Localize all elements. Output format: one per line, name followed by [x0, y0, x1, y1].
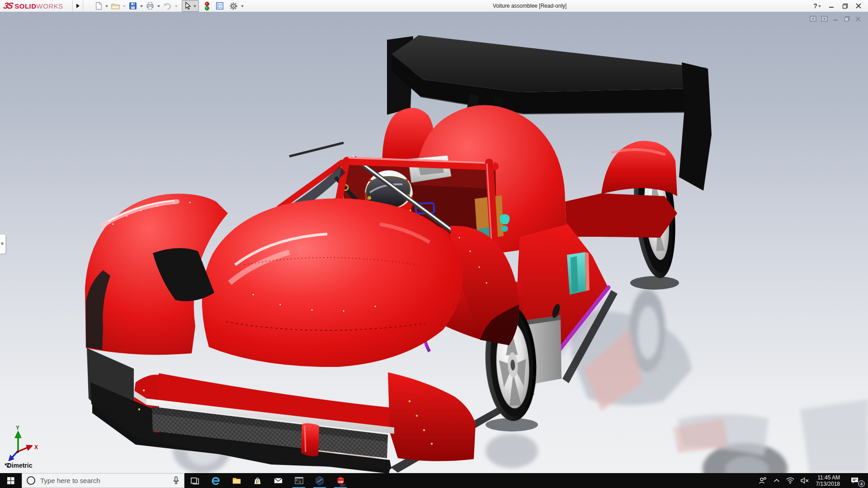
- wifi-icon: [786, 477, 794, 484]
- network-button[interactable]: [783, 473, 797, 488]
- solidworks-2017-icon: SW 2017: [335, 475, 346, 487]
- volume-muted-icon: [801, 477, 809, 484]
- print-button[interactable]: [145, 0, 156, 11]
- people-icon: [759, 477, 767, 484]
- search-input[interactable]: [39, 476, 169, 485]
- open-dropdown[interactable]: [123, 5, 126, 7]
- options-button[interactable]: [228, 0, 239, 11]
- open-button[interactable]: [110, 0, 121, 11]
- pane-next-icon: [821, 16, 828, 22]
- gear-icon: [229, 1, 238, 11]
- toolbar-flyout-button[interactable]: [72, 0, 83, 11]
- undo-button[interactable]: [162, 0, 173, 11]
- new-document-icon: [94, 1, 103, 10]
- cortana-icon: [27, 476, 35, 485]
- new-document-button[interactable]: [93, 0, 104, 11]
- taskbar-command-prompt[interactable]: C:\: [288, 473, 309, 488]
- rebuild-button[interactable]: [203, 0, 211, 11]
- print-icon: [146, 1, 155, 10]
- help-dropdown: [818, 5, 821, 7]
- store-icon: [252, 475, 263, 486]
- flyout-arrow-icon: [76, 4, 80, 8]
- tray-overflow-button[interactable]: [770, 473, 783, 488]
- taskbar-search[interactable]: [22, 473, 184, 488]
- solidworks-logo: 3S SOLIDWORKS: [4, 0, 63, 11]
- taskbar-mail[interactable]: [268, 473, 288, 488]
- pane-previous-icon: [810, 16, 816, 22]
- task-pane-button[interactable]: [214, 0, 225, 11]
- taskbar-clock[interactable]: 11:45 AM 7/13/2018: [812, 474, 844, 487]
- open-folder-icon: [111, 1, 120, 10]
- restore-button[interactable]: [839, 0, 851, 11]
- featuremanager-collapsed-tab[interactable]: [0, 234, 6, 254]
- taskbar-solidworks-2017[interactable]: SW 2017: [330, 473, 351, 488]
- dassault-3s-logo-icon: 3S: [3, 1, 14, 11]
- select-cursor-icon: [183, 1, 192, 10]
- triad-y-label: Y: [16, 426, 19, 431]
- mail-icon: [273, 475, 283, 486]
- undo-icon: [163, 1, 172, 10]
- save-floppy-icon: [128, 1, 137, 10]
- new-dropdown[interactable]: [105, 5, 108, 7]
- clock-time: 11:45 AM: [816, 474, 840, 481]
- select-dropdown[interactable]: [193, 5, 196, 7]
- help-button[interactable]: ?: [812, 0, 824, 11]
- sw-icon-year: 2017: [339, 484, 345, 487]
- microphone-icon[interactable]: [173, 476, 179, 485]
- main-toolbar: [93, 0, 245, 12]
- task-view-button[interactable]: [184, 473, 205, 488]
- pane-previous-button[interactable]: [809, 15, 816, 22]
- doc-minimize-button[interactable]: [832, 15, 839, 22]
- view-orientation-label: *Dimetric: [5, 462, 32, 469]
- taskbar-store[interactable]: [247, 473, 268, 488]
- document-window-controls: [809, 15, 862, 22]
- options-dropdown[interactable]: [241, 5, 244, 7]
- minimize-icon: [829, 3, 834, 9]
- action-center-button[interactable]: 4: [844, 473, 865, 488]
- minimize-button[interactable]: [826, 0, 837, 11]
- cmd-prompt-text: C:\: [296, 479, 301, 482]
- doc-close-icon: [855, 16, 861, 22]
- close-button[interactable]: [853, 0, 864, 11]
- restore-icon: [842, 3, 848, 9]
- pane-next-button[interactable]: [821, 15, 828, 22]
- save-button[interactable]: [127, 0, 138, 11]
- rebuild-traffic-light-icon: [204, 1, 210, 11]
- edge-icon: [210, 475, 221, 486]
- print-dropdown[interactable]: [157, 5, 160, 7]
- command-prompt-icon: C:\: [294, 475, 304, 486]
- titlebar: 3S SOLIDWORKS: [0, 0, 868, 12]
- sw-icon-text: SW: [338, 480, 343, 483]
- taskbar-hex-app[interactable]: [309, 473, 330, 488]
- car-render: [0, 12, 868, 473]
- doc-restore-button[interactable]: [843, 15, 850, 22]
- graphics-area[interactable]: Y X Z *Dimetric: [0, 12, 868, 473]
- brand-bold: SOLID: [14, 2, 36, 10]
- system-tray: 11:45 AM 7/13/2018 4: [755, 473, 868, 488]
- task-view-icon: [190, 476, 199, 485]
- taskbar-edge[interactable]: [205, 473, 226, 488]
- undo-dropdown[interactable]: [175, 5, 178, 7]
- doc-close-button[interactable]: [854, 15, 862, 22]
- window-controls: ?: [812, 0, 864, 12]
- brand-text: SOLIDWORKS: [14, 2, 63, 10]
- clock-date: 7/13/2018: [816, 481, 840, 487]
- notification-badge: 4: [858, 480, 865, 487]
- people-button[interactable]: [755, 473, 770, 488]
- action-center-icon: [850, 477, 859, 485]
- hex-app-icon: [314, 475, 325, 486]
- solidworks-window: 3S SOLIDWORKS: [0, 0, 868, 488]
- document-title: Voiture assomblee [Read-only]: [493, 3, 566, 9]
- doc-minimize-icon: [833, 16, 838, 22]
- brand-light: WORKS: [37, 2, 63, 10]
- taskbar-file-explorer[interactable]: [226, 473, 247, 488]
- windows-taskbar: C:\ SW 2017: [0, 473, 868, 488]
- save-dropdown[interactable]: [140, 5, 143, 7]
- file-explorer-icon: [231, 475, 242, 486]
- volume-button[interactable]: [797, 473, 812, 488]
- select-tool-button[interactable]: [182, 0, 199, 12]
- close-icon: [856, 3, 861, 9]
- triad-x-label: X: [34, 444, 38, 450]
- task-pane-icon: [215, 1, 224, 10]
- start-button[interactable]: [0, 473, 22, 488]
